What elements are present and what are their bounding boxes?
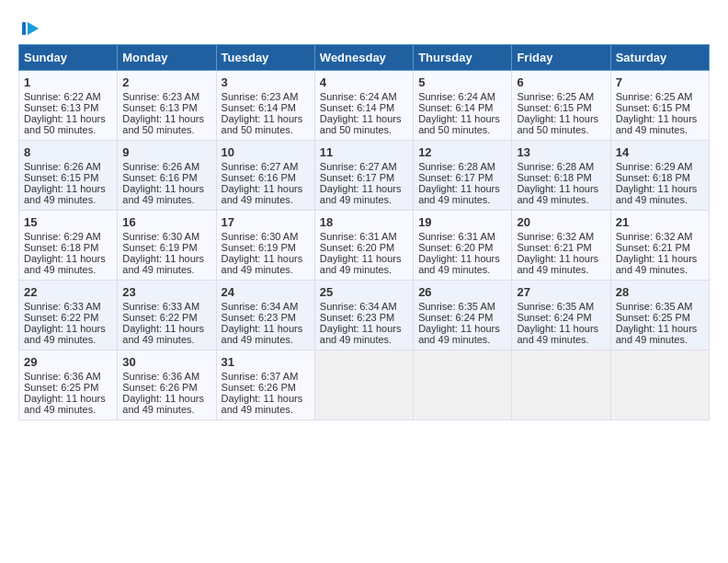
cell-line: Daylight: 11 hours [517,253,605,264]
cell-line: Daylight: 11 hours [24,113,112,124]
header-cell-monday: Monday [118,45,216,71]
day-number: 29 [24,355,112,369]
day-number: 16 [122,215,210,229]
day-number: 22 [24,285,112,299]
calendar-cell: 21Sunrise: 6:32 AMSunset: 6:21 PMDayligh… [610,211,709,281]
calendar-week: 15Sunrise: 6:29 AMSunset: 6:18 PMDayligh… [19,211,710,281]
cell-line: and 49 minutes. [24,194,112,205]
cell-line: Sunrise: 6:35 AM [616,301,704,312]
logo-icon [20,18,40,39]
calendar-cell: 29Sunrise: 6:36 AMSunset: 6:25 PMDayligh… [19,350,118,420]
cell-line: and 49 minutes. [222,264,310,275]
cell-line: Sunrise: 6:27 AM [320,161,408,172]
calendar-cell: 17Sunrise: 6:30 AMSunset: 6:19 PMDayligh… [216,211,314,281]
cell-line: Daylight: 11 hours [517,323,605,334]
day-number: 14 [616,145,704,159]
cell-line: Daylight: 11 hours [122,113,210,124]
calendar-table: SundayMondayTuesdayWednesdayThursdayFrid… [18,44,710,420]
page-header [18,18,710,35]
calendar-cell: 13Sunrise: 6:28 AMSunset: 6:18 PMDayligh… [512,141,610,211]
calendar-week: 8Sunrise: 6:26 AMSunset: 6:15 PMDaylight… [19,141,710,211]
cell-line: Sunset: 6:25 PM [24,382,112,393]
cell-line: Daylight: 11 hours [320,253,408,264]
cell-line: Daylight: 11 hours [418,323,506,334]
cell-line: Sunrise: 6:24 AM [418,91,506,102]
cell-line: Daylight: 11 hours [616,323,704,334]
cell-line: and 49 minutes. [222,404,310,415]
calendar-cell: 12Sunrise: 6:28 AMSunset: 6:17 PMDayligh… [414,141,512,211]
cell-line: Daylight: 11 hours [24,253,112,264]
cell-line: Sunrise: 6:26 AM [24,161,112,172]
cell-line: Sunset: 6:15 PM [616,102,704,113]
calendar-cell: 20Sunrise: 6:32 AMSunset: 6:21 PMDayligh… [512,211,610,281]
calendar-cell: 9Sunrise: 6:26 AMSunset: 6:16 PMDaylight… [118,141,216,211]
cell-line: and 49 minutes. [418,194,506,205]
calendar-cell: 8Sunrise: 6:26 AMSunset: 6:15 PMDaylight… [19,141,118,211]
cell-line: Daylight: 11 hours [616,253,704,264]
calendar-cell: 2Sunrise: 6:23 AMSunset: 6:13 PMDaylight… [118,71,216,141]
cell-line: Sunset: 6:17 PM [418,172,506,183]
cell-line: Sunset: 6:23 PM [222,312,310,323]
cell-line: Sunset: 6:18 PM [24,242,112,253]
cell-line: Daylight: 11 hours [122,393,210,404]
day-number: 28 [616,285,704,299]
cell-line: Sunset: 6:18 PM [616,172,704,183]
cell-line: Daylight: 11 hours [122,323,210,334]
cell-line: and 49 minutes. [616,334,704,345]
cell-line: and 49 minutes. [122,194,210,205]
cell-line: Daylight: 11 hours [616,113,704,124]
calendar-cell: 15Sunrise: 6:29 AMSunset: 6:18 PMDayligh… [19,211,118,281]
cell-line: Daylight: 11 hours [24,183,112,194]
cell-line: Sunrise: 6:31 AM [320,231,408,242]
cell-line: Sunset: 6:14 PM [320,102,408,113]
cell-line: and 49 minutes. [418,334,506,345]
day-number: 1 [24,75,112,89]
cell-line: Daylight: 11 hours [122,253,210,264]
day-number: 11 [320,145,408,159]
day-number: 5 [418,75,506,89]
cell-line: Sunrise: 6:25 AM [517,91,605,102]
cell-line: Sunrise: 6:33 AM [122,301,210,312]
calendar-cell: 6Sunrise: 6:25 AMSunset: 6:15 PMDaylight… [512,71,610,141]
cell-line: Sunrise: 6:30 AM [122,231,210,242]
cell-line: and 50 minutes. [517,124,605,135]
calendar-week: 1Sunrise: 6:22 AMSunset: 6:13 PMDaylight… [19,71,710,141]
calendar-cell: 25Sunrise: 6:34 AMSunset: 6:23 PMDayligh… [314,281,413,350]
cell-line: and 49 minutes. [320,334,408,345]
cell-line: Sunrise: 6:35 AM [517,301,605,312]
day-number: 24 [222,285,310,299]
cell-line: Sunset: 6:22 PM [24,312,112,323]
day-number: 6 [517,75,605,89]
calendar-cell: 14Sunrise: 6:29 AMSunset: 6:18 PMDayligh… [610,141,709,211]
day-number: 7 [616,75,704,89]
cell-line: Sunset: 6:24 PM [517,312,605,323]
cell-line: Sunrise: 6:32 AM [517,231,605,242]
cell-line: Daylight: 11 hours [122,183,210,194]
day-number: 9 [122,145,210,159]
cell-line: Sunset: 6:15 PM [517,102,605,113]
cell-line: and 49 minutes. [24,334,112,345]
calendar-cell: 23Sunrise: 6:33 AMSunset: 6:22 PMDayligh… [118,281,216,350]
cell-line: Sunset: 6:13 PM [122,102,210,113]
header-cell-saturday: Saturday [610,45,709,71]
cell-line: Sunset: 6:18 PM [517,172,605,183]
cell-line: Sunrise: 6:25 AM [616,91,704,102]
cell-line: and 49 minutes. [616,194,704,205]
day-number: 3 [222,75,310,89]
cell-line: and 49 minutes. [24,404,112,415]
cell-line: Sunset: 6:21 PM [616,242,704,253]
cell-line: and 50 minutes. [418,124,506,135]
calendar-cell [512,350,610,420]
calendar-cell: 7Sunrise: 6:25 AMSunset: 6:15 PMDaylight… [610,71,709,141]
cell-line: Sunrise: 6:32 AM [616,231,704,242]
calendar-cell: 27Sunrise: 6:35 AMSunset: 6:24 PMDayligh… [512,281,610,350]
cell-line: Daylight: 11 hours [222,253,310,264]
calendar-cell: 5Sunrise: 6:24 AMSunset: 6:14 PMDaylight… [414,71,512,141]
cell-line: and 50 minutes. [222,124,310,135]
header-cell-tuesday: Tuesday [216,45,314,71]
day-number: 15 [24,215,112,229]
svg-marker-1 [28,22,39,35]
cell-line: and 49 minutes. [616,124,704,135]
cell-line: Sunset: 6:19 PM [122,242,210,253]
day-number: 12 [418,145,506,159]
